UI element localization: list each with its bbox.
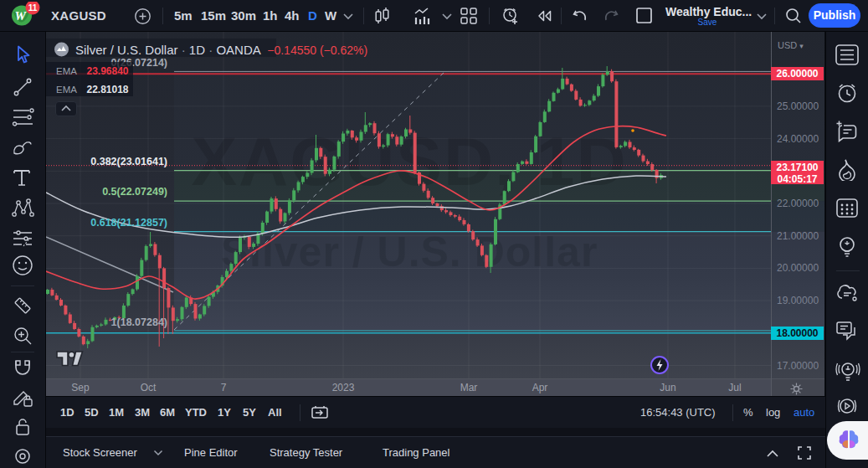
svg-text:0.5(22.07249): 0.5(22.07249) xyxy=(102,186,167,198)
svg-text:11: 11 xyxy=(28,3,38,13)
svg-text:0.618(21.12857): 0.618(21.12857) xyxy=(90,217,167,229)
svg-text:XAGUSD, 1D: XAGUSD, 1D xyxy=(191,123,627,199)
svg-text:W: W xyxy=(15,9,28,23)
svg-text:1(18.07284): 1(18.07284) xyxy=(111,316,167,328)
svg-text:0.382(23.01641): 0.382(23.01641) xyxy=(90,156,167,167)
